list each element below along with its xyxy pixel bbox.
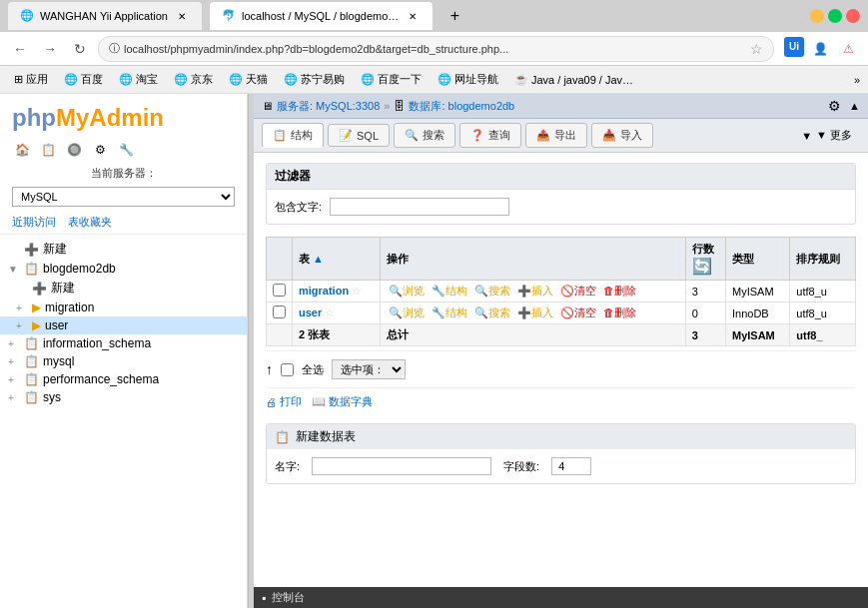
row-checkbox-cell <box>267 281 293 303</box>
dict-icon: 📖 <box>312 395 326 408</box>
tree-user[interactable]: + ▶ user <box>0 316 247 334</box>
nav-tabs: 📋 结构 📝 SQL 🔍 搜索 ❓ 查询 📤 导出 📥 导入 <box>254 119 868 153</box>
bookmark-java[interactable]: ☕ Java / java09 / Jav… <box>508 71 639 88</box>
tab-export[interactable]: 📤 导出 <box>525 123 587 148</box>
bookmark-nav[interactable]: 🌐 网址导航 <box>432 70 504 89</box>
new-table-header[interactable]: 📋 新建数据表 <box>267 424 855 449</box>
bookmark-star-icon[interactable]: ☆ <box>750 41 763 57</box>
tree-mysql[interactable]: + 📋 mysql <box>0 352 247 370</box>
url-bar[interactable]: ⓘ localhost/phpmyadmin/index.php?db=blog… <box>98 36 774 62</box>
tree-new-db[interactable]: ➕ 新建 <box>0 278 247 299</box>
new-table-icon: 📋 <box>275 430 290 444</box>
print-link[interactable]: 🖨 打印 <box>266 394 302 409</box>
tab-import[interactable]: 📥 导入 <box>591 123 653 148</box>
sql-tab-label: SQL <box>357 130 379 142</box>
bookmark-baidu[interactable]: 🌐 百度 <box>58 70 109 89</box>
tab-query[interactable]: ❓ 查询 <box>459 123 521 148</box>
tab-sql[interactable]: 📝 SQL <box>328 124 390 147</box>
tab2-close[interactable]: ✕ <box>405 8 421 24</box>
tab-structure[interactable]: 📋 结构 <box>262 123 324 148</box>
th-table[interactable]: 表 ▲ <box>293 238 381 281</box>
tree-new-root[interactable]: ➕ 新建 <box>0 239 247 260</box>
star-icon-user[interactable]: ☆ <box>325 306 335 318</box>
more-icon[interactable]: 🔧 <box>116 140 136 160</box>
new-table-name-input[interactable] <box>312 457 491 475</box>
tree-sys-icon: 📋 <box>24 390 39 404</box>
collation-user: utf8_u <box>790 303 856 324</box>
tree-performance-schema[interactable]: + 📋 performance_schema <box>0 370 247 388</box>
insert-user[interactable]: ➕插入 <box>517 305 553 320</box>
content-collapse-button[interactable]: ▲ <box>849 100 860 112</box>
print-area: 🖨 打印 📖 数据字典 <box>266 387 856 415</box>
search-user[interactable]: 🔍搜索 <box>474 305 510 320</box>
bookmark-suning[interactable]: 🌐 苏宁易购 <box>278 70 351 89</box>
ui-icon[interactable]: Ui <box>784 37 804 57</box>
breadcrumb-database[interactable]: 数据库: blogdemo2db <box>409 99 514 114</box>
browse-migration[interactable]: 🔍浏览 <box>389 284 425 299</box>
browse-user[interactable]: 🔍浏览 <box>389 305 425 320</box>
table-link-migration[interactable]: migration <box>299 285 349 297</box>
tree-migration[interactable]: + ▶ migration <box>0 299 247 316</box>
close-button[interactable] <box>846 9 860 23</box>
minimize-button[interactable] <box>810 9 824 23</box>
add-tab-button[interactable]: + <box>440 2 468 30</box>
content-settings-button[interactable]: ⚙ <box>828 98 841 114</box>
scroll-top-button[interactable]: ↑ <box>266 361 273 377</box>
home-icon[interactable]: 🏠 <box>12 140 32 160</box>
maximize-button[interactable] <box>828 9 842 23</box>
tree-blogdemo2db[interactable]: ▼ 📋 blogdemo2db <box>0 260 247 278</box>
tab1-close[interactable]: ✕ <box>174 8 190 24</box>
search-migration[interactable]: 🔍搜索 <box>474 284 510 299</box>
with-selected-select[interactable]: 选中项： <box>332 359 406 379</box>
empty-user[interactable]: 🚫清空 <box>560 305 596 320</box>
forward-button[interactable]: → <box>38 37 62 61</box>
export-tab-icon: 📤 <box>536 129 550 142</box>
tree-information-schema[interactable]: + 📋 information_schema <box>0 334 247 352</box>
select-all-checkbox[interactable] <box>281 363 294 376</box>
user-icon[interactable]: 🔘 <box>64 140 84 160</box>
user-account-icon[interactable]: 👤 <box>808 37 832 61</box>
dropdown-icon: ▼ <box>801 130 812 142</box>
bookmark-tmall[interactable]: 🌐 天猫 <box>223 70 274 89</box>
back-button[interactable]: ← <box>8 37 32 61</box>
tab-1[interactable]: 🌐 WANGHAN Yii Application ✕ <box>8 2 202 30</box>
dict-link[interactable]: 📖 数据字典 <box>312 394 373 409</box>
query-tab-icon: ❓ <box>470 129 484 142</box>
more-tab-label: ▼ 更多 <box>816 128 852 143</box>
row-checkbox-user[interactable] <box>273 305 286 318</box>
doc-icon[interactable]: 📋 <box>38 140 58 160</box>
filter-input[interactable] <box>330 198 509 216</box>
favorites-tab[interactable]: 表收藏夹 <box>68 215 112 230</box>
recent-tab[interactable]: 近期访问 <box>12 215 56 230</box>
bookmark-baidu-search[interactable]: 🌐 百度一下 <box>355 70 428 89</box>
console-icon: ▪ <box>262 591 266 605</box>
actions-cell-user: 🔍浏览 🔧结构 🔍搜索 ➕插入 🚫清空 🗑删除 <box>380 303 685 324</box>
struct-migration[interactable]: 🔧结构 <box>432 284 467 299</box>
settings-icon[interactable]: ⚙ <box>90 140 110 160</box>
type-migration: MyISAM <box>725 281 789 303</box>
tab-more-button[interactable]: ▼ ▼ 更多 <box>793 124 860 147</box>
console-bar[interactable]: ▪ 控制台 <box>254 587 868 608</box>
bookmarks-more-button[interactable]: » <box>854 74 860 86</box>
empty-migration[interactable]: 🚫清空 <box>560 284 596 299</box>
insert-migration[interactable]: ➕插入 <box>517 284 553 299</box>
table-link-user[interactable]: user <box>299 306 322 318</box>
struct-user[interactable]: 🔧结构 <box>432 305 467 320</box>
structure-tab-icon: 📋 <box>273 129 287 142</box>
structure-tab-label: 结构 <box>291 128 313 143</box>
bookmark-apps[interactable]: ⊞ 应用 <box>8 70 54 89</box>
row-checkbox-migration[interactable] <box>273 284 286 297</box>
bookmark-taobao[interactable]: 🌐 淘宝 <box>113 70 164 89</box>
breadcrumb-server[interactable]: 服务器: MySQL:3308 <box>277 99 380 114</box>
star-icon-migration[interactable]: ☆ <box>352 285 362 297</box>
tab-2[interactable]: 🐬 localhost / MySQL / blogdemo… ✕ <box>210 2 433 30</box>
new-table-field-count-input[interactable] <box>551 457 591 475</box>
refresh-button[interactable]: ↻ <box>68 37 92 61</box>
server-select[interactable]: MySQL <box>12 187 235 207</box>
tab-search[interactable]: 🔍 搜索 <box>394 123 455 148</box>
bookmark-jd[interactable]: 🌐 京东 <box>168 70 219 89</box>
table-total-row: 2 张表 总计 3 MyISAM utf8_ <box>267 324 856 346</box>
drop-user[interactable]: 🗑删除 <box>603 305 636 320</box>
drop-migration[interactable]: 🗑删除 <box>603 284 636 299</box>
tree-sys[interactable]: + 📋 sys <box>0 388 247 406</box>
